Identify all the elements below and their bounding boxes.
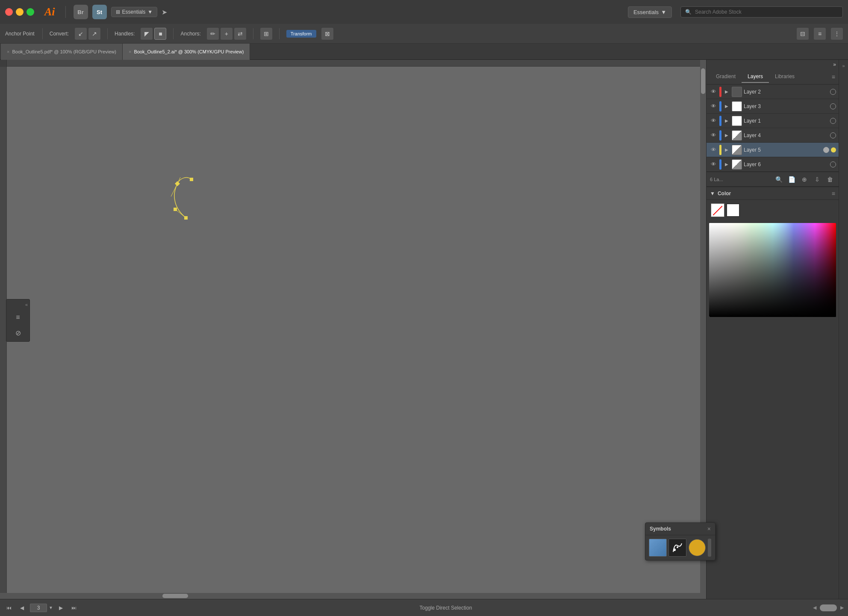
panel-collapse-icon[interactable]: » <box>833 62 836 67</box>
layer-visibility-3[interactable]: 👁 <box>709 102 718 111</box>
layer-row-6[interactable]: 👁 ▶ Layer 6 <box>707 157 839 172</box>
minimize-button[interactable] <box>16 8 24 16</box>
bridge-icon[interactable]: Br <box>74 5 88 19</box>
layer-target-5[interactable] <box>823 147 829 153</box>
stroke-swatch[interactable] <box>726 203 740 217</box>
handle-tool-2[interactable]: ■ <box>154 28 166 40</box>
anchor-point-2[interactable] <box>174 208 177 211</box>
symbol-thumb-2[interactable] <box>668 539 686 557</box>
layer-visibility-2[interactable]: 👁 <box>709 88 718 96</box>
hamburger-icon[interactable]: ≡ <box>12 311 24 323</box>
panel-collapse-bar: » <box>707 60 839 69</box>
convert-tool-2[interactable]: ↗ <box>88 28 100 40</box>
page-first-btn[interactable]: ⏮ <box>4 603 14 613</box>
handle-tool-1[interactable]: ◤ <box>141 28 153 40</box>
layer-target-1[interactable] <box>830 118 836 124</box>
symbols-close-icon[interactable]: × <box>707 525 711 532</box>
tab-0[interactable]: × Book_Outline5.pdf* @ 100% (RGB/GPU Pre… <box>1 44 123 60</box>
anchor-point-1[interactable] <box>184 216 188 220</box>
transform-button[interactable]: Transform <box>286 30 316 38</box>
layer-expand-2[interactable]: ▶ <box>723 88 730 95</box>
tab-layers[interactable]: Layers <box>742 71 769 83</box>
status-arrow-right[interactable]: ▶ <box>840 605 844 610</box>
stock-icon[interactable]: St <box>92 5 107 19</box>
anchor-point-3[interactable] <box>175 181 180 186</box>
tab-libraries[interactable]: Libraries <box>769 71 801 83</box>
search-input[interactable] <box>695 9 838 15</box>
layer-target-4[interactable] <box>830 132 836 138</box>
search-bar[interactable]: 🔍 <box>680 6 843 18</box>
page-indicator: 3 ▼ <box>30 604 53 612</box>
page-dropdown[interactable]: ▼ <box>49 605 53 610</box>
color-picker-area[interactable] <box>707 220 839 599</box>
color-panel: ▼ Color ≡ <box>707 186 839 599</box>
page-next-btn[interactable]: ▶ <box>56 603 66 613</box>
layers-add-page-icon[interactable]: 📄 <box>786 174 797 185</box>
essentials-button[interactable]: Essentials ▼ <box>628 6 672 18</box>
page-prev-btn[interactable]: ◀ <box>17 603 26 613</box>
anchor-point-4[interactable] <box>190 178 193 181</box>
anchor-tool-pen[interactable]: ✏ <box>207 28 219 40</box>
status-arrow-left[interactable]: ◀ <box>813 605 816 610</box>
align-tool[interactable]: ⊞ <box>260 28 272 40</box>
layer-target-6[interactable] <box>830 161 836 167</box>
scrollbar-thumb-horizontal[interactable] <box>162 594 188 598</box>
layer-expand-3[interactable]: ▶ <box>723 103 730 110</box>
left-float-collapse[interactable]: « <box>25 302 28 307</box>
nav-arrow-icon[interactable]: ➤ <box>162 8 167 16</box>
symbol-thumb-1[interactable] <box>649 539 667 557</box>
maximize-button[interactable] <box>26 8 34 16</box>
arrange-icon[interactable]: ⊟ <box>797 28 809 40</box>
layer-expand-1[interactable]: ▶ <box>723 117 730 124</box>
layer-visibility-4[interactable]: 👁 <box>709 131 718 140</box>
color-panel-menu-icon[interactable]: ≡ <box>832 190 835 197</box>
layers-move-icon[interactable]: ⇩ <box>812 174 822 185</box>
color-panel-header[interactable]: ▼ Color ≡ <box>707 186 839 200</box>
scrollbar-thumb-vertical[interactable] <box>701 68 705 94</box>
layer-row-4[interactable]: 👁 ▶ Layer 4 <box>707 128 839 143</box>
layers-panel-menu-icon[interactable]: ≡ <box>832 73 835 80</box>
layer-visibility-5[interactable]: 👁 <box>709 146 718 154</box>
layer-expand-5[interactable]: ▶ <box>723 147 730 153</box>
page-last-btn[interactable]: ⏭ <box>69 603 79 613</box>
layer-target-3[interactable] <box>830 103 836 109</box>
transform-extra-btn[interactable]: ⊠ <box>321 28 333 40</box>
layers-merge-icon[interactable]: ⊕ <box>799 174 810 185</box>
convert-tool-1[interactable]: ↙ <box>75 28 87 40</box>
layer-row-1[interactable]: 👁 ▶ Layer 1 <box>707 114 839 128</box>
fill-swatch[interactable] <box>711 203 724 217</box>
layer-name-6: Layer 6 <box>744 161 828 167</box>
scrollbar-vertical[interactable] <box>700 60 706 599</box>
color-gradient[interactable] <box>709 223 836 317</box>
layer-expand-6[interactable]: ▶ <box>723 161 730 168</box>
tab-gradient[interactable]: Gradient <box>710 71 742 83</box>
layer-expand-4[interactable]: ▶ <box>723 132 730 139</box>
workspace-switcher[interactable]: ⊞ Essentials ▼ <box>111 7 158 17</box>
menu-icon-right[interactable]: ⋮ <box>831 28 843 40</box>
lock-icon[interactable]: ⊘ <box>12 327 24 339</box>
layer-row-3[interactable]: 👁 ▶ Layer 3 <box>707 99 839 114</box>
layer-visibility-6[interactable]: 👁 <box>709 160 718 169</box>
page-input[interactable]: 3 <box>30 604 47 612</box>
tab-1[interactable]: × Book_Outline5_2.ai* @ 300% (CMYK/GPU P… <box>123 44 250 60</box>
layers-delete-icon[interactable]: 🗑 <box>825 174 835 185</box>
tab-close-0[interactable]: × <box>7 49 9 54</box>
anchor-tool-convert[interactable]: ⇄ <box>234 28 246 40</box>
scrollbar-horizontal[interactable] <box>0 593 700 599</box>
layer-visibility-1[interactable]: 👁 <box>709 117 718 125</box>
color-collapse-arrow[interactable]: ▼ <box>710 191 715 197</box>
close-button[interactable] <box>5 8 13 16</box>
symbol-thumb-3[interactable] <box>689 539 706 556</box>
layer-row-5[interactable]: 👁 ▶ Layer 5 <box>707 143 839 157</box>
layer-target-2[interactable] <box>830 89 836 95</box>
layer-name-5: Layer 5 <box>744 147 822 153</box>
tab-close-1[interactable]: × <box>129 49 131 54</box>
properties-icon[interactable]: ≡ <box>814 28 826 40</box>
panel-collapse-v-btn[interactable]: » <box>842 63 845 68</box>
symbol-thumb-4[interactable] <box>708 539 711 557</box>
convert-tools: ↙ ↗ <box>75 28 100 40</box>
layers-search-icon[interactable]: 🔍 <box>774 174 784 185</box>
anchor-tool-add[interactable]: + <box>221 28 233 40</box>
layer-row-2[interactable]: 👁 ▶ Layer 2 <box>707 85 839 99</box>
canvas-area[interactable] <box>0 60 706 599</box>
